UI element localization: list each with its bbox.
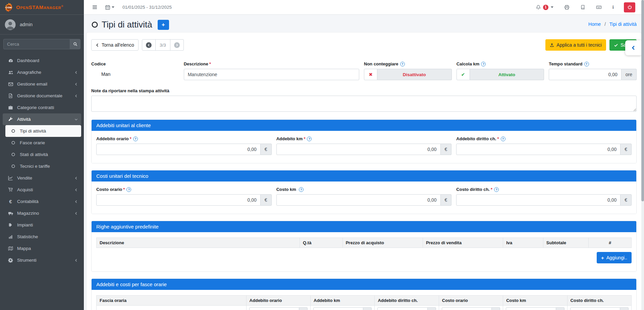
next-record-button[interactable] <box>170 39 184 51</box>
add-riga-button[interactable]: + Aggiungi.. <box>597 252 632 263</box>
sidebar-item-strumenti[interactable]: Strumenti <box>3 254 81 266</box>
sidebar-item-label: Tecnici e tariffe <box>20 164 78 169</box>
sidebar-item-vendite[interactable]: Vendite <box>3 172 81 184</box>
sidebar-toggle-button[interactable] <box>91 3 99 11</box>
help-icon[interactable]: ? <box>481 62 486 66</box>
sidebar-item-attivita[interactable]: Attività <box>3 113 81 125</box>
info-button[interactable]: i <box>611 3 615 11</box>
add-record-button[interactable]: + <box>158 20 169 30</box>
panel-toggle-button[interactable] <box>625 40 641 55</box>
sidebar-item-anagrafiche[interactable]: Anagrafiche <box>3 66 81 78</box>
avatar[interactable] <box>5 19 16 30</box>
truck-icon <box>7 211 14 216</box>
brand-name: OpenSTAManager® <box>16 4 63 10</box>
note-textarea[interactable] <box>91 96 637 112</box>
search-button[interactable] <box>70 39 80 49</box>
help-icon[interactable]: ? <box>133 137 138 141</box>
record-pager: 3/3 <box>142 39 184 51</box>
help-icon[interactable]: ? <box>501 137 505 141</box>
sidebar-subitem-tecnici-e-tariffe[interactable]: Tecnici e tariffe <box>5 160 81 172</box>
euro-addon <box>492 307 500 310</box>
chevron-left-icon <box>96 43 99 47</box>
previous-record-button[interactable] <box>142 39 156 51</box>
scrollbar-thumb[interactable] <box>641 0 644 201</box>
fascia-addebito-km-input[interactable] <box>313 307 363 310</box>
righe-table: Descrizione Q.tà Prezzo di acquisto Prez… <box>96 238 632 248</box>
map-icon <box>7 246 14 251</box>
help-icon[interactable]: ? <box>299 187 304 192</box>
sidebar-item-dashboard[interactable]: Dashboard <box>3 55 81 66</box>
brand-link[interactable]: OSM OpenSTAManager® <box>0 0 84 15</box>
sidebar-item-magazzino[interactable]: Magazzino <box>3 207 81 219</box>
breadcrumb-current-link[interactable]: Tipi di attività <box>609 21 637 27</box>
fascia-costo-diritto-input[interactable] <box>570 307 620 310</box>
required-asterisk: * <box>123 187 125 192</box>
fascia-costo-km-input[interactable] <box>506 307 556 310</box>
keyboard-icon <box>596 4 602 10</box>
codice-value: Man <box>91 69 179 77</box>
sidebar-item-label: Magazzino <box>17 211 71 216</box>
sidebar-item-acquisti[interactable]: Acquisti <box>3 184 81 196</box>
help-icon[interactable]: ? <box>400 62 405 66</box>
column-header: Addebito orario <box>246 296 310 306</box>
sidebar-item-gestione-documentale[interactable]: Gestione documentale <box>3 90 81 102</box>
breadcrumb-home-link[interactable]: Home <box>588 21 601 27</box>
addebito-km-input[interactable] <box>276 144 441 155</box>
sidebar-item-label: Fasce orarie <box>20 140 78 145</box>
sidebar-item-impianti[interactable]: Impianti <box>3 219 81 231</box>
section-header: Addebiti unitari al cliente <box>92 120 636 131</box>
sidebar-item-label: Contabilità <box>17 199 71 204</box>
chevron-left-icon <box>74 71 78 74</box>
sidebar-item-mappa[interactable]: Mappa <box>3 243 81 254</box>
calendar-button[interactable] <box>104 3 116 11</box>
help-icon[interactable]: ? <box>307 137 312 141</box>
help-icon[interactable]: ? <box>494 187 499 192</box>
briefcase-icon <box>7 105 14 110</box>
sidebar-item-categorie-contratti[interactable]: Categorie contratti <box>3 102 81 113</box>
help-icon[interactable]: ? <box>126 187 131 192</box>
section-header: Righe aggiuntive predefinite <box>92 221 636 232</box>
euro-addon <box>620 307 629 310</box>
user-name[interactable]: admin <box>20 22 33 27</box>
costo-orario-input[interactable] <box>96 194 261 206</box>
euro-addon <box>363 307 372 310</box>
sidebar-item-contabilita[interactable]: € Contabilità <box>3 196 81 207</box>
back-to-list-button[interactable]: Torna all'elenco <box>91 39 139 51</box>
sidebar: OSM OpenSTAManager® admin <box>0 0 84 310</box>
envelope-icon <box>7 82 14 87</box>
euro-addon: € <box>441 144 452 155</box>
sidebar-item-label: Impianti <box>17 222 78 227</box>
costo-km-input[interactable] <box>276 194 441 206</box>
shortcuts-button[interactable] <box>595 3 603 11</box>
sidebar-item-gestione-email[interactable]: Gestione email <box>3 78 81 90</box>
fascia-costo-orario-input[interactable] <box>442 307 492 310</box>
apply-to-all-technicians-button[interactable]: Applica a tutti i tecnici <box>545 39 606 51</box>
print-button[interactable] <box>563 3 571 11</box>
addebito-diritto-input[interactable] <box>456 144 621 155</box>
sidebar-subitem-tipi-di-attivita[interactable]: Tipi di attività <box>5 125 81 137</box>
scrollbar[interactable] <box>641 0 644 310</box>
sidebar-item-label: Anagrafiche <box>17 70 71 75</box>
circle-icon <box>10 164 16 168</box>
toggle-state: Disattivato <box>377 69 452 80</box>
search-input[interactable] <box>3 39 70 49</box>
calcola-km-toggle[interactable]: ✔ Attivato <box>457 69 544 80</box>
tempo-standard-input[interactable] <box>549 69 621 80</box>
fascia-addebito-orario-input[interactable] <box>249 307 299 310</box>
fascia-addebito-diritto-input[interactable] <box>377 307 427 310</box>
costo-diritto-input[interactable] <box>456 194 621 206</box>
help-icon[interactable]: ? <box>584 62 589 66</box>
notifications-button[interactable]: 1 <box>534 3 555 11</box>
euro-addon: € <box>621 194 632 206</box>
sidebar-subitem-stati-di-attivita[interactable]: Stati di attività <box>5 149 81 160</box>
date-range-label[interactable]: 01/01/2025 - 31/12/2025 <box>122 5 172 10</box>
sidebar-item-label: Acquisti <box>17 187 71 192</box>
logout-button[interactable] <box>624 2 635 12</box>
non-conteggiare-toggle[interactable]: ✖ Disattivato <box>364 69 452 80</box>
descrizione-input[interactable] <box>184 69 359 80</box>
addebito-orario-input[interactable] <box>96 144 261 155</box>
search-icon <box>73 42 77 46</box>
sidebar-subitem-fasce-orarie[interactable]: Fasce orarie <box>5 137 81 149</box>
docs-button[interactable] <box>579 3 587 11</box>
sidebar-item-statistiche[interactable]: Statistiche <box>3 231 81 243</box>
